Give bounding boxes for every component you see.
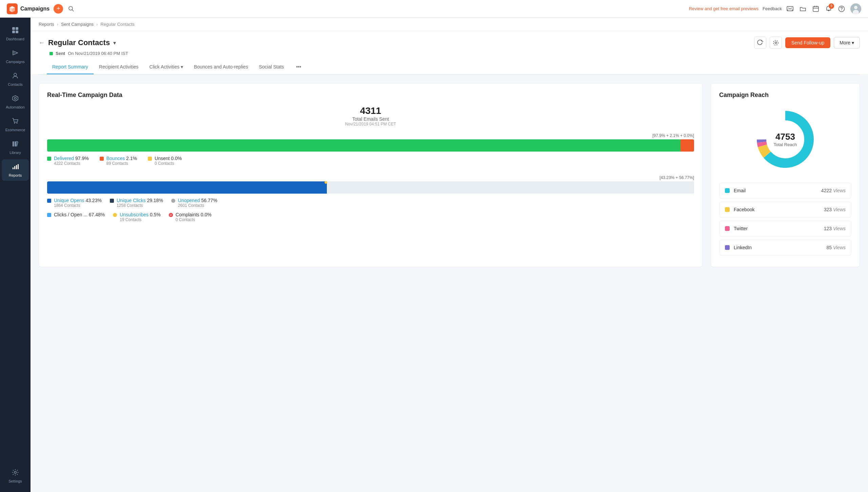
svg-point-33 — [775, 42, 776, 44]
sidebar-item-ecommerce[interactable]: Ecommerce — [2, 114, 29, 135]
messages-icon[interactable] — [786, 5, 794, 13]
tab-bounces[interactable]: Bounces and Auto-replies — [189, 60, 254, 74]
tab-recipient-activities[interactable]: Recipient Activities — [94, 60, 144, 74]
sidebar-item-automation[interactable]: Automation — [2, 91, 29, 113]
unopened-link[interactable]: Unopened — [178, 198, 200, 203]
breadcrumb-sep-2: › — [96, 22, 98, 27]
help-icon[interactable] — [837, 5, 846, 13]
unique-clicks-link[interactable]: Unique Clicks — [117, 198, 146, 203]
notifications-icon[interactable]: 9 — [825, 5, 833, 13]
tabs: Report Summary Recipient Activities Clic… — [39, 60, 860, 75]
status-sent-label: Sent — [56, 51, 65, 56]
breadcrumb: Reports › Sent Campaigns › Regular Conta… — [31, 18, 868, 31]
sidebar-item-settings[interactable]: Settings — [2, 465, 29, 487]
linkedin-name: LinkedIn — [734, 245, 826, 250]
refresh-button[interactable] — [754, 37, 766, 49]
svg-point-12 — [841, 10, 842, 11]
facebook-color-dot — [725, 207, 730, 212]
unopened-dot — [171, 199, 175, 203]
complaints-info: Complaints 0.0% 0 Contacts — [176, 212, 212, 222]
tab-click-activities-label: Click Activities ▾ — [150, 64, 183, 70]
sidebar-item-dashboard-label: Dashboard — [6, 37, 24, 41]
breadcrumb-sent-campaigns[interactable]: Sent Campaigns — [61, 22, 94, 27]
back-button[interactable]: ← — [39, 39, 45, 46]
content-area: Real-Time Campaign Data 4311 Total Email… — [31, 75, 868, 275]
breadcrumb-sep-1: › — [57, 22, 58, 27]
search-button[interactable] — [67, 5, 75, 13]
promo-text[interactable]: Review and get free email previews — [689, 6, 758, 11]
clicks-open-dot — [47, 213, 51, 217]
realtime-card: Real-Time Campaign Data 4311 Total Email… — [39, 83, 703, 267]
sidebar-item-contacts[interactable]: Contacts — [2, 68, 29, 90]
more-button[interactable]: More ▾ — [834, 37, 860, 48]
tab-report-summary[interactable]: Report Summary — [47, 60, 94, 74]
breadcrumb-reports[interactable]: Reports — [39, 22, 54, 27]
tab-click-activities[interactable]: Click Activities ▾ — [144, 60, 189, 74]
svg-rect-29 — [14, 166, 15, 169]
sidebar-item-library[interactable]: Library — [2, 137, 29, 158]
clicks-open-label: Clicks / Open ... — [54, 212, 87, 217]
opens-light-bar — [327, 181, 694, 194]
svg-line-2 — [72, 9, 74, 11]
folder-icon[interactable] — [799, 5, 807, 13]
status-dot — [50, 52, 53, 55]
unsubscribes-link[interactable]: Unsubscribes — [120, 212, 149, 217]
app-name: Campaigns — [20, 6, 50, 12]
bounces-contacts: 89 Contacts — [106, 161, 137, 166]
delivered-stat: Delivered 97.9% 4222 Contacts — [47, 156, 89, 166]
send-followup-button[interactable]: Send Follow-up — [785, 37, 830, 48]
svg-rect-27 — [15, 141, 16, 146]
delivered-link[interactable]: Delivered — [54, 156, 74, 161]
bounces-link[interactable]: Bounces — [106, 156, 125, 161]
svg-point-23 — [14, 97, 16, 99]
delivery-bar-green — [47, 139, 680, 152]
svg-rect-6 — [813, 6, 818, 12]
unsent-label-row: Unsent 0.0% — [155, 156, 182, 161]
sidebar-item-campaigns-label: Campaigns — [6, 60, 25, 64]
calendar-icon[interactable] — [812, 5, 820, 13]
sidebar: Dashboard Campaigns Contacts — [0, 18, 31, 492]
total-emails-label: Total Emails Sent — [47, 116, 694, 122]
tab-more[interactable]: ••• — [291, 60, 307, 74]
breadcrumb-current: Regular Contacts — [100, 22, 134, 27]
unique-opens-link[interactable]: Unique Opens — [54, 198, 84, 203]
svg-rect-26 — [13, 141, 14, 146]
sidebar-item-dashboard[interactable]: Dashboard — [2, 23, 29, 44]
tab-social-stats-label: Social Stats — [259, 64, 284, 70]
campaign-header-actions: Send Follow-up More ▾ — [754, 37, 860, 49]
sidebar-item-settings-label: Settings — [8, 479, 22, 483]
top-nav-icons: 9 — [786, 3, 861, 14]
contacts-icon — [12, 72, 19, 81]
tab-report-summary-label: Report Summary — [52, 64, 88, 70]
opens-bar-label: [43.23% + 56.77%] — [47, 175, 694, 180]
opens-bar: ● — [47, 181, 694, 194]
complaints-contacts: 0 Contacts — [176, 217, 212, 222]
svg-rect-30 — [16, 165, 17, 169]
automation-icon — [12, 95, 19, 104]
total-emails-date: Nov/21/2019 04:51 PM CET — [47, 122, 694, 126]
tab-social-stats[interactable]: Social Stats — [254, 60, 290, 74]
clicks-open-info: Clicks / Open ... 67.48% — [54, 212, 105, 217]
unopened-stat: Unopened 56.77% 2601 Contacts — [171, 198, 217, 208]
sidebar-item-campaigns[interactable]: Campaigns — [2, 46, 29, 67]
svg-rect-17 — [16, 27, 18, 30]
complaints-stat: ⊘ Complaints 0.0% 0 Contacts — [169, 212, 212, 222]
avatar[interactable] — [850, 3, 861, 14]
feedback-link[interactable]: Feedback — [763, 6, 782, 11]
donut-center: 4753 Total Reach — [774, 132, 797, 147]
clicks-open-pct-val: 67.48% — [89, 212, 105, 217]
campaign-title-row: ← Regular Contacts ▾ — [39, 38, 116, 47]
library-icon — [12, 140, 19, 149]
donut-number: 4753 — [774, 132, 797, 142]
unopened-contacts: 2601 Contacts — [178, 203, 217, 208]
add-button[interactable]: + — [54, 4, 63, 14]
sidebar-item-reports[interactable]: Reports — [2, 159, 29, 181]
svg-rect-19 — [16, 31, 18, 33]
app-logo[interactable]: Campaigns — [7, 3, 50, 14]
unsent-contacts: 0 Contacts — [155, 161, 182, 166]
settings-cog-button[interactable] — [770, 37, 782, 49]
campaign-status: Sent On Nov/21/2019 06:40 PM IST — [50, 51, 860, 56]
sidebar-item-automation-label: Automation — [6, 105, 25, 109]
delivery-bar — [47, 139, 694, 152]
title-dropdown-icon[interactable]: ▾ — [113, 40, 116, 46]
